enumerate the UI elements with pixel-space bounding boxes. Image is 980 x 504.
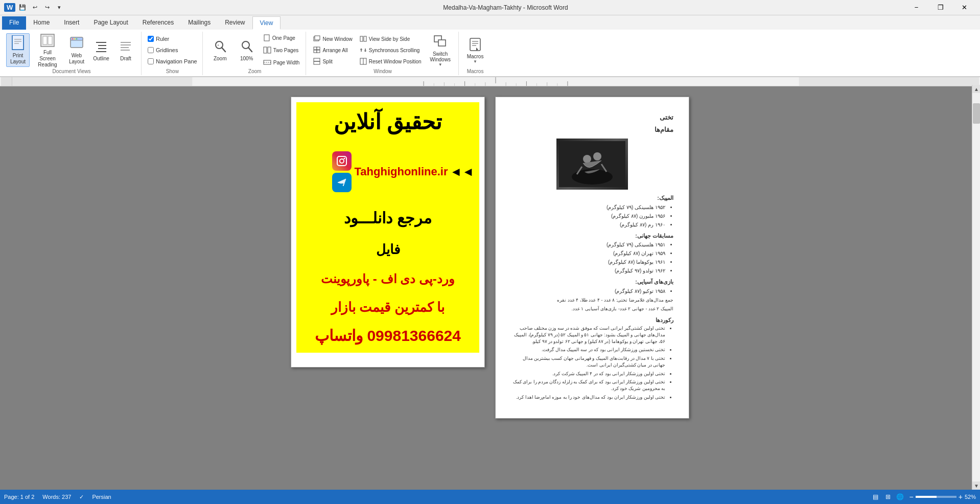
word-logo: W bbox=[4, 3, 15, 12]
new-window-btn[interactable]: New Window bbox=[311, 34, 354, 44]
svg-rect-28 bbox=[268, 47, 271, 53]
group-show-label: Show bbox=[166, 68, 179, 74]
group-show: Ruler Gridlines Navigation Pane Show bbox=[143, 32, 203, 75]
asian-item-1: ۱۹۵۸ توکیو (۸۷ کیلوگرم) bbox=[511, 287, 665, 295]
gridlines-checkbox[interactable]: Gridlines bbox=[147, 45, 198, 55]
zoom-slider[interactable] bbox=[916, 496, 956, 498]
world-item-2: ۱۹۵۹ تهران (۸۷ کیلوگرم) bbox=[511, 249, 665, 257]
vertical-scrollbar[interactable]: ▲ ▼ bbox=[972, 85, 980, 490]
ruler-corner bbox=[1, 77, 12, 86]
status-web-layout-btn[interactable]: 🌐 bbox=[895, 492, 905, 502]
outline-btn[interactable]: Outline bbox=[90, 33, 112, 67]
right-title: تختی bbox=[511, 112, 673, 123]
arrange-all-label: Arrange All bbox=[322, 48, 347, 53]
switch-windows-arrow: ▼ bbox=[438, 62, 442, 67]
group-window-label: Window bbox=[374, 68, 392, 74]
olympics-list: ۱۹۵۲ هلسینکی (۷۹ کیلوگرم) ۱۹۵۶ ملبورن (۸… bbox=[511, 203, 673, 228]
tab-file[interactable]: File bbox=[2, 16, 26, 30]
svg-rect-34 bbox=[317, 47, 320, 50]
svg-line-22 bbox=[222, 48, 225, 52]
records-title: رکوردها bbox=[511, 316, 673, 325]
record-4: تختی اولین ورزشکار ایرانی بود که در ۴ ال… bbox=[511, 371, 665, 377]
olympics-item-1: ۱۹۵۲ هلسینکی (۷۹ کیلوگرم) bbox=[511, 203, 665, 211]
status-full-screen-btn[interactable]: ⊞ bbox=[883, 492, 893, 502]
svg-rect-69 bbox=[337, 156, 346, 166]
arrow-left: ◄◄ bbox=[450, 165, 474, 179]
web-layout-btn[interactable]: WebLayout bbox=[65, 33, 88, 67]
svg-rect-29 bbox=[264, 60, 271, 64]
svg-rect-1 bbox=[12, 35, 24, 50]
page-info: Page: 1 of 2 bbox=[4, 494, 34, 500]
customize-quick-btn[interactable]: ▾ bbox=[54, 3, 64, 13]
poster-line3: ورد-پی دی اف - پاورپوینت bbox=[321, 271, 455, 287]
page-width-btn[interactable]: Page Width bbox=[261, 57, 302, 67]
record-3: تختی با ۷ مدال در رقابت‌های المپیک و قهر… bbox=[511, 355, 665, 369]
reset-window-position-btn[interactable]: Reset Window Position bbox=[358, 56, 424, 66]
window-title: Medalha-Va-Magham-Takhty - Microsoft Wor… bbox=[106, 4, 905, 11]
tab-mailings[interactable]: Mailings bbox=[181, 16, 218, 30]
scrollbar-thumb[interactable] bbox=[973, 103, 980, 124]
olympics-section-title: المپیک: bbox=[511, 194, 673, 202]
synchronous-scrolling-btn[interactable]: Synchronous Scrolling bbox=[358, 45, 424, 55]
tab-review[interactable]: Review bbox=[218, 16, 252, 30]
one-page-btn[interactable]: One Page bbox=[261, 33, 302, 43]
svg-rect-39 bbox=[360, 36, 363, 41]
wrestling-photo bbox=[556, 139, 628, 190]
two-pages-btn[interactable]: Two Pages bbox=[261, 45, 302, 55]
scroll-up-btn[interactable]: ▲ bbox=[972, 85, 980, 93]
tab-view[interactable]: View bbox=[252, 16, 281, 30]
document-area: تحقیق آنلاین Tahghighonline.ir ◄◄ مرجع د bbox=[0, 86, 980, 492]
one-page-label: One Page bbox=[272, 35, 295, 41]
arrange-all-btn[interactable]: Arrange All bbox=[311, 45, 354, 55]
draft-btn[interactable]: Draft bbox=[114, 33, 137, 67]
ruler-checkbox[interactable]: Ruler bbox=[147, 34, 198, 44]
wrestling-image bbox=[556, 139, 628, 190]
world-item-4: ۱۹۶۲ تولدو (۹۷ کیلوگرم) bbox=[511, 267, 665, 274]
svg-point-71 bbox=[343, 158, 345, 159]
macros-btn[interactable]: Macros ▼ bbox=[464, 33, 487, 67]
right-page: تختی مقام‌ها bbox=[495, 97, 689, 419]
status-print-layout-btn[interactable]: ▤ bbox=[871, 492, 881, 502]
zoom-btn[interactable]: + Zoom bbox=[208, 33, 232, 67]
restore-btn[interactable]: ❐ bbox=[929, 1, 952, 15]
full-screen-reading-btn[interactable]: Full ScreenReading bbox=[32, 33, 63, 67]
group-zoom-label: Zoom bbox=[248, 68, 262, 74]
switch-windows-btn[interactable]: SwitchWindows ▼ bbox=[427, 33, 454, 67]
tab-references[interactable]: References bbox=[135, 16, 181, 30]
instagram-icon bbox=[332, 151, 352, 171]
undo-quick-btn[interactable]: ↩ bbox=[30, 3, 40, 13]
close-btn[interactable]: ✕ bbox=[953, 1, 976, 15]
macros-arrow: ▼ bbox=[473, 59, 477, 64]
svg-point-74 bbox=[583, 155, 591, 163]
record-5: تختی اولین ورزشکار ایرانی بود که برای کم… bbox=[511, 379, 665, 392]
outline-label: Outline bbox=[93, 56, 109, 62]
save-quick-btn[interactable]: 💾 bbox=[17, 3, 28, 13]
language: Persian bbox=[92, 494, 111, 500]
print-layout-btn[interactable]: PrintLayout bbox=[6, 33, 30, 67]
page-width-label: Page Width bbox=[273, 60, 300, 65]
split-btn[interactable]: Split bbox=[311, 56, 354, 66]
svg-rect-35 bbox=[314, 50, 317, 53]
tab-page-layout[interactable]: Page Layout bbox=[86, 16, 135, 30]
navigation-pane-checkbox[interactable]: Navigation Pane bbox=[147, 56, 198, 66]
tab-insert[interactable]: Insert bbox=[57, 16, 86, 30]
print-layout-label: PrintLayout bbox=[10, 53, 26, 65]
redo-quick-btn[interactable]: ↪ bbox=[42, 3, 52, 13]
svg-rect-32 bbox=[315, 36, 320, 40]
zoom-out-btn[interactable]: − bbox=[909, 493, 914, 501]
view-side-by-side-btn[interactable]: View Side by Side bbox=[358, 34, 424, 44]
zoom-100-btn[interactable]: 100% bbox=[235, 33, 259, 67]
word-count: Words: 237 bbox=[42, 494, 71, 500]
group-document-views-label: Document Views bbox=[53, 68, 91, 74]
tab-home[interactable]: Home bbox=[26, 16, 57, 30]
macros-label: Macros bbox=[467, 54, 484, 59]
group-document-views: PrintLayout Full ScreenReading WebLayout bbox=[2, 32, 142, 75]
minimize-btn[interactable]: − bbox=[905, 1, 928, 15]
zoom-100-label: 100% bbox=[240, 56, 253, 62]
records-list: تختی اولین کشتی‌گیر ایرانی است که موفق ش… bbox=[511, 325, 673, 401]
svg-line-25 bbox=[248, 48, 252, 52]
zoom-in-btn[interactable]: + bbox=[959, 493, 963, 501]
telegram-icon bbox=[332, 173, 352, 192]
poster-phone: 09981366624 واتساپ bbox=[315, 327, 461, 345]
scroll-down-btn[interactable]: ▼ bbox=[972, 482, 980, 490]
